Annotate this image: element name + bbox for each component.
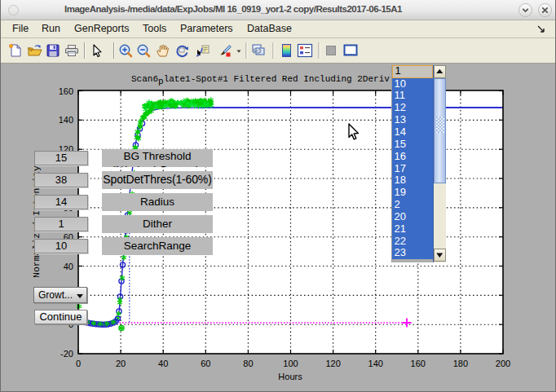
svg-text:140: 140	[368, 359, 383, 368]
svg-text:160: 160	[411, 359, 426, 368]
svg-text:120: 120	[325, 359, 340, 368]
svg-text:80: 80	[243, 359, 253, 368]
svg-text:100: 100	[283, 359, 298, 368]
svg-text:40: 40	[64, 262, 73, 271]
svg-text:20: 20	[116, 359, 126, 368]
svg-text:Scan6plate1-Spot#1 Filtered Re: Scan6plate1-Spot#1 Filtered Red Includin…	[131, 74, 417, 86]
svg-text:180: 180	[453, 359, 468, 368]
svg-text:-20: -20	[60, 349, 73, 359]
svg-text:40: 40	[158, 359, 168, 368]
svg-text:140: 140	[59, 115, 73, 125]
svg-text:60: 60	[201, 359, 210, 368]
svg-text:200: 200	[496, 359, 510, 368]
svg-text:Hours: Hours	[278, 372, 302, 381]
svg-text:0: 0	[76, 359, 81, 368]
svg-text:160: 160	[59, 86, 73, 96]
